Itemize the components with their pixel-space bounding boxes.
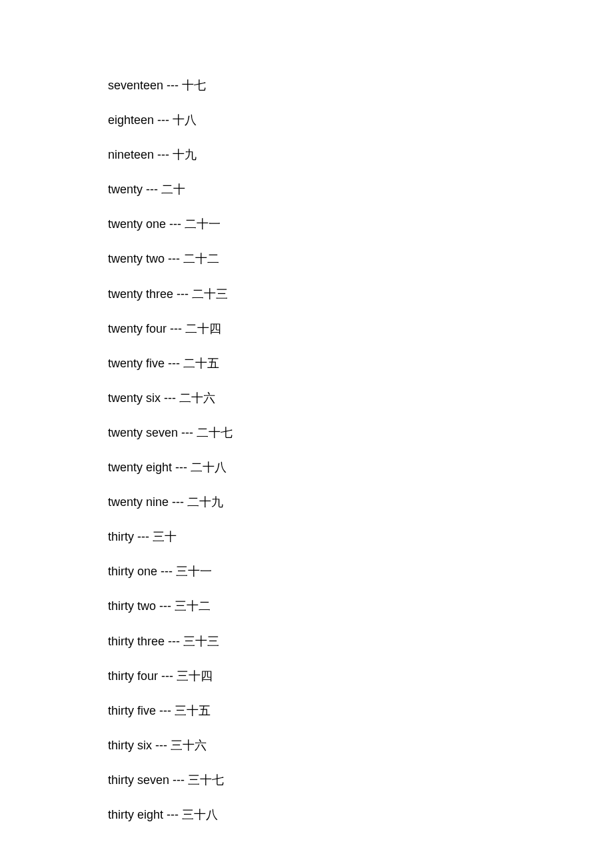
list-item: twenty three --- 二十三: [108, 287, 613, 302]
separator: ---: [165, 635, 183, 648]
list-item: thirty three --- 三十三: [108, 635, 613, 649]
list-item: twenty four --- 二十四: [108, 322, 613, 337]
separator: ---: [173, 287, 192, 301]
chinese-term: 二十二: [183, 252, 219, 265]
list-item: twenty one --- 二十一: [108, 217, 613, 232]
chinese-term: 二十四: [185, 322, 221, 335]
separator: ---: [157, 565, 176, 578]
list-item: thirty two --- 三十二: [108, 599, 613, 614]
separator: ---: [154, 148, 173, 161]
chinese-term: 三十: [153, 530, 177, 543]
separator: ---: [172, 461, 191, 474]
separator: ---: [163, 79, 182, 92]
list-item: thirty five --- 三十五: [108, 704, 613, 719]
english-term: twenty four: [108, 322, 167, 335]
list-item: thirty seven --- 三十七: [108, 773, 613, 788]
chinese-term: 三十八: [182, 808, 218, 821]
chinese-term: 二十八: [191, 461, 227, 474]
list-item: thirty --- 三十: [108, 530, 613, 545]
list-item: twenty two --- 二十二: [108, 252, 613, 267]
separator: ---: [156, 599, 175, 613]
list-item: thirty eight --- 三十八: [108, 808, 613, 823]
separator: ---: [158, 669, 177, 683]
separator: ---: [167, 322, 185, 335]
chinese-term: 三十二: [175, 599, 211, 613]
chinese-term: 三十一: [176, 565, 212, 578]
separator: ---: [154, 113, 173, 127]
chinese-term: 十八: [173, 113, 197, 127]
vocabulary-list: seventeen --- 十七eighteen --- 十八nineteen …: [108, 79, 613, 823]
english-term: thirty: [108, 530, 134, 543]
english-term: thirty two: [108, 599, 156, 613]
chinese-term: 三十五: [175, 704, 211, 717]
separator: ---: [152, 739, 171, 752]
separator: ---: [165, 357, 183, 370]
english-term: twenty two: [108, 252, 165, 265]
separator: ---: [165, 252, 183, 265]
chinese-term: 二十五: [183, 357, 219, 370]
english-term: thirty six: [108, 739, 152, 752]
english-term: thirty five: [108, 704, 156, 717]
english-term: thirty seven: [108, 773, 169, 787]
list-item: thirty four --- 三十四: [108, 669, 613, 684]
separator: ---: [161, 391, 179, 405]
separator: ---: [163, 808, 182, 821]
english-term: eighteen: [108, 113, 154, 127]
separator: ---: [178, 426, 197, 439]
chinese-term: 十七: [182, 79, 206, 92]
chinese-term: 三十七: [188, 773, 224, 787]
list-item: nineteen --- 十九: [108, 148, 613, 163]
list-item: twenty nine --- 二十九: [108, 495, 613, 510]
separator: ---: [134, 530, 153, 543]
list-item: twenty seven --- 二十七: [108, 426, 613, 441]
english-term: twenty nine: [108, 495, 169, 509]
chinese-term: 二十: [161, 183, 185, 196]
english-term: twenty six: [108, 391, 161, 405]
chinese-term: 二十三: [192, 287, 228, 301]
english-term: twenty seven: [108, 426, 178, 439]
english-term: twenty one: [108, 217, 166, 231]
english-term: twenty: [108, 183, 143, 196]
list-item: twenty five --- 二十五: [108, 357, 613, 371]
separator: ---: [166, 217, 185, 231]
english-term: thirty one: [108, 565, 157, 578]
separator: ---: [169, 495, 187, 509]
separator: ---: [156, 704, 175, 717]
separator: ---: [143, 183, 161, 196]
list-item: twenty eight --- 二十八: [108, 461, 613, 475]
list-item: seventeen --- 十七: [108, 79, 613, 93]
english-term: thirty eight: [108, 808, 163, 821]
list-item: twenty six --- 二十六: [108, 391, 613, 406]
chinese-term: 三十四: [177, 669, 213, 683]
chinese-term: 二十一: [185, 217, 221, 231]
english-term: thirty three: [108, 635, 165, 648]
chinese-term: 二十六: [179, 391, 215, 405]
list-item: thirty six --- 三十六: [108, 739, 613, 753]
english-term: twenty five: [108, 357, 165, 370]
chinese-term: 二十七: [197, 426, 233, 439]
chinese-term: 三十六: [171, 739, 207, 752]
list-item: eighteen --- 十八: [108, 113, 613, 128]
chinese-term: 二十九: [187, 495, 223, 509]
english-term: twenty eight: [108, 461, 172, 474]
english-term: seventeen: [108, 79, 163, 92]
english-term: thirty four: [108, 669, 158, 683]
english-term: nineteen: [108, 148, 154, 161]
chinese-term: 三十三: [183, 635, 219, 648]
chinese-term: 十九: [173, 148, 197, 161]
separator: ---: [169, 773, 188, 787]
english-term: twenty three: [108, 287, 173, 301]
list-item: thirty one --- 三十一: [108, 565, 613, 579]
list-item: twenty --- 二十: [108, 183, 613, 197]
